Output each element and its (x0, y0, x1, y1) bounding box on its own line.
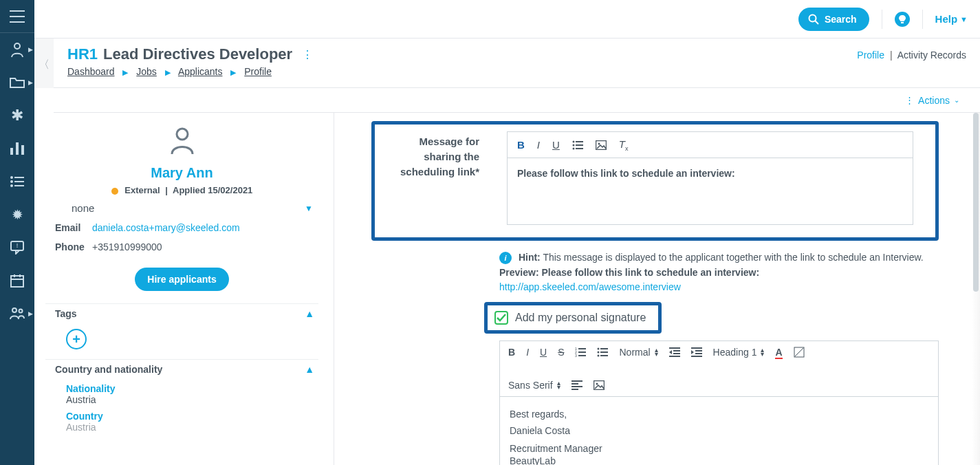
title-actions-menu[interactable]: ⋮ (298, 48, 313, 61)
tags-section-header[interactable]: Tags ▲ (45, 303, 318, 325)
sidebar-item-network[interactable]: ✹ (0, 198, 34, 231)
nationality-value: Austria (66, 394, 318, 405)
svg-rect-23 (901, 22, 904, 23)
lightbulb-icon (898, 14, 906, 24)
heading-select[interactable]: Heading 1 ▴▾ (713, 347, 765, 358)
country-section-header[interactable]: Country and nationality ▲ (45, 359, 318, 380)
breadcrumb-item[interactable]: Dashboard (67, 66, 115, 77)
sidebar-menu-toggle[interactable] (0, 0, 34, 33)
indent-increase-button[interactable] (691, 347, 702, 357)
chevron-down-icon: ▼ (305, 204, 313, 213)
image-button[interactable] (594, 380, 605, 390)
phone-value: +351910999000 (92, 241, 162, 252)
svg-text:!: ! (17, 242, 19, 249)
add-tag-button[interactable]: + (66, 329, 87, 349)
svg-rect-38 (578, 355, 586, 356)
svg-rect-8 (14, 177, 24, 178)
sidebar-item-people[interactable]: ▶ (0, 297, 34, 330)
email-row: Email daniela.costa+mary@skeeled.com (45, 218, 318, 237)
tab-profile[interactable]: Profile (857, 50, 884, 61)
image-icon (596, 140, 607, 150)
country-label: Country (66, 411, 318, 422)
sidebar-item-calendar[interactable] (0, 264, 34, 297)
status-select[interactable]: none ▼ (45, 195, 318, 218)
tags-section-label: Tags (55, 308, 77, 319)
preview-link[interactable]: http://app.skeeled.com/awesome.interview (499, 281, 681, 292)
font-select[interactable]: Sans Serif ▴▾ (508, 380, 560, 391)
svg-text:3: 3 (575, 354, 577, 357)
chevron-up-icon: ▲ (305, 308, 314, 319)
email-value[interactable]: daniela.costa+mary@skeeled.com (92, 222, 240, 233)
italic-button[interactable]: I (526, 347, 529, 358)
hint-label: Hint: (519, 252, 541, 263)
actions-label: Actions (918, 95, 950, 106)
heading-select-value: Heading 1 (713, 347, 757, 358)
hints-button[interactable] (895, 12, 910, 27)
paragraph-style-select[interactable]: Normal ▴▾ (619, 347, 657, 358)
sidebar-item-list[interactable] (0, 165, 34, 198)
bold-button[interactable]: B (508, 347, 515, 358)
signature-body[interactable]: Best regards, Daniela Costa Recruitment … (500, 397, 938, 465)
image-icon (594, 380, 605, 390)
sidebar-item-comment[interactable]: ! (0, 231, 34, 264)
bold-button[interactable]: B (517, 139, 525, 151)
svg-point-29 (572, 147, 574, 149)
bullet-list-button[interactable] (597, 347, 608, 357)
underline-button[interactable]: U (552, 139, 560, 151)
chevron-right-icon: ▶ (28, 310, 33, 317)
search-button[interactable]: Search (798, 8, 869, 31)
divider (922, 10, 923, 29)
signature-line: Recruitment Manager (510, 442, 928, 455)
indent-decrease-button[interactable] (669, 347, 680, 357)
scrollbar-thumb[interactable] (973, 113, 979, 292)
highlight-button[interactable] (794, 347, 805, 358)
svg-rect-1 (10, 16, 25, 17)
hire-applicants-button[interactable]: Hire applicants (135, 268, 228, 291)
collapse-panel-button[interactable]: 〈 (34, 39, 54, 88)
breadcrumb-item[interactable]: Applicants (178, 66, 223, 77)
chevron-right-icon: ▶ (28, 46, 33, 53)
breadcrumb-item[interactable]: Profile (244, 66, 272, 77)
clear-format-button[interactable]: Tx (619, 138, 629, 152)
signature-checkbox[interactable] (494, 311, 508, 325)
breadcrumb-item[interactable]: Jobs (136, 66, 157, 77)
sidebar-item-chart[interactable] (0, 132, 34, 165)
ordered-list-button[interactable]: 123 (575, 347, 586, 357)
svg-point-25 (572, 140, 574, 142)
align-button[interactable] (571, 380, 582, 390)
sidebar-item-asterisk[interactable]: ✱ (0, 99, 34, 132)
page-header-right: Profile | Activity Records (857, 45, 966, 61)
tab-activity-records[interactable]: Activity Records (897, 50, 966, 61)
image-button[interactable] (596, 140, 607, 150)
svg-rect-50 (695, 350, 702, 352)
italic-button[interactable]: I (537, 139, 540, 151)
divider: | (887, 50, 895, 61)
hamburger-icon (10, 10, 25, 23)
text-color-button[interactable]: A (775, 347, 782, 358)
editor-toolbar: B I U Tx (508, 132, 913, 158)
bullet-list-button[interactable] (572, 140, 583, 150)
phone-row: Phone +351910999000 (45, 237, 318, 257)
help-menu[interactable]: Help ▼ (935, 13, 968, 25)
list-icon (10, 176, 24, 187)
editor-body[interactable]: Please follow this link to schedule an i… (508, 158, 913, 224)
svg-rect-4 (10, 148, 13, 155)
svg-rect-45 (669, 347, 680, 349)
underline-button[interactable]: U (540, 347, 547, 358)
breadcrumb: Dashboard ▶ Jobs ▶ Applicants ▶ Profile (67, 66, 313, 77)
signature-checkbox-label: Add my personal signature (515, 312, 646, 324)
page-title: HR1 Lead Directives Developer ⋮ (67, 45, 313, 63)
person-icon (169, 127, 195, 155)
chevron-updown-icon: ▴▾ (557, 381, 560, 389)
actions-menu[interactable]: ⋮ Actions ⌄ (905, 95, 959, 106)
svg-rect-12 (14, 185, 24, 186)
sidebar-item-profile[interactable]: ▶ (0, 33, 34, 66)
svg-point-60 (596, 383, 598, 385)
svg-point-19 (12, 308, 17, 312)
divider (882, 10, 882, 29)
preview-label: Preview: (499, 267, 539, 278)
sidebar-item-folder[interactable]: ▶ (0, 66, 34, 99)
strike-button[interactable]: S (558, 347, 564, 358)
avatar (45, 127, 318, 158)
sidebar: ▶ ▶ ✱ ✹ ! ▶ (0, 0, 34, 465)
